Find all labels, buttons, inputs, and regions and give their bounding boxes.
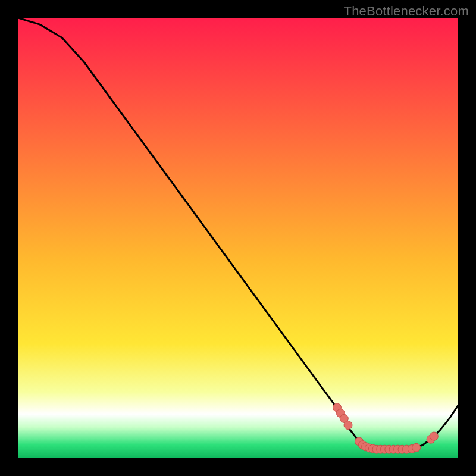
- gradient-background: [18, 18, 458, 458]
- bottleneck-chart: [18, 18, 458, 458]
- watermark-label: TheBottlenecker.com: [344, 4, 469, 19]
- data-dot: [344, 421, 352, 430]
- chart-stage: TheBottlenecker.com: [0, 0, 476, 476]
- data-dot: [430, 432, 438, 440]
- data-dot: [412, 443, 421, 452]
